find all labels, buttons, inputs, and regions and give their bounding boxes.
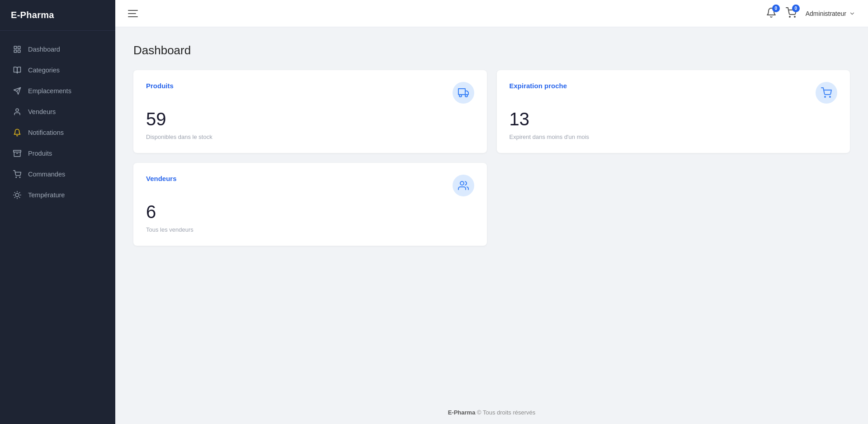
card-number-expiration: 13 (509, 109, 838, 129)
cart-badge: 0 (792, 5, 800, 12)
card-expiration: Expiration proche 13 Expirent dans moins… (497, 70, 850, 153)
svg-line-14 (14, 192, 15, 193)
shopping-cart-icon (821, 87, 832, 98)
svg-point-26 (825, 96, 826, 97)
card-subtitle-vendeurs: Tous les vendeurs (146, 226, 474, 233)
footer-text: E-Pharma © Tous droits réservés (448, 409, 536, 416)
chevron-down-icon (849, 10, 855, 17)
card-icon-expiration (816, 82, 837, 104)
footer-brand: E-Pharma (448, 409, 476, 416)
sidebar-item-vendeurs[interactable]: Vendeurs (0, 101, 115, 122)
svg-rect-3 (18, 50, 20, 52)
svg-point-21 (794, 16, 795, 17)
sidebar-logo: E-Pharma (0, 0, 115, 31)
svg-line-19 (19, 192, 20, 193)
footer: E-Pharma © Tous droits réservés (115, 401, 868, 424)
svg-rect-22 (458, 89, 465, 95)
sidebar-item-label: Vendeurs (28, 108, 56, 115)
card-vendeurs: Vendeurs 6 Tous les vendeurs (133, 163, 487, 246)
card-title-expiration: Expiration proche (509, 82, 567, 90)
box-icon (13, 149, 22, 158)
svg-rect-7 (14, 150, 21, 152)
svg-rect-2 (14, 50, 16, 52)
menu-toggle-button[interactable] (128, 10, 138, 17)
page-content: Dashboard Produits 59 Disponibles dans l… (115, 27, 868, 401)
sidebar-nav: Dashboard Categories Emplacements (0, 31, 115, 424)
card-header: Produits (146, 82, 474, 104)
book-icon (13, 66, 22, 75)
card-header-expiration: Expiration proche (509, 82, 838, 104)
notifications-button[interactable]: 0 (766, 7, 777, 20)
sidebar: E-Pharma Dashboard Categories (0, 0, 115, 424)
sidebar-item-label: Commandes (28, 171, 65, 178)
card-produits: Produits 59 Disponibles dans le stock (133, 70, 487, 153)
sidebar-item-notifications[interactable]: Notifications (0, 122, 115, 143)
card-title-produits: Produits (146, 82, 174, 90)
sidebar-item-categories[interactable]: Categories (0, 60, 115, 81)
sidebar-item-label: Température (28, 191, 65, 199)
footer-rights: © Tous droits réservés (477, 409, 535, 416)
header: 0 0 Administrateur (115, 0, 868, 27)
send-icon (13, 86, 22, 95)
user-label: Administrateur (806, 10, 846, 17)
svg-point-9 (16, 177, 17, 178)
card-number-produits: 59 (146, 109, 474, 129)
card-icon-vendeurs (453, 175, 474, 196)
sidebar-item-label: Emplacements (28, 87, 71, 95)
svg-point-27 (830, 96, 830, 97)
user-icon (13, 107, 22, 116)
header-left (128, 10, 138, 17)
cart-button[interactable]: 0 (786, 7, 797, 20)
truck-icon (458, 87, 469, 98)
svg-point-6 (16, 109, 19, 111)
svg-rect-1 (18, 46, 20, 48)
svg-point-20 (789, 16, 790, 17)
svg-point-24 (459, 95, 462, 97)
svg-rect-0 (14, 46, 16, 48)
card-header-vendeurs: Vendeurs (146, 175, 474, 196)
svg-point-25 (465, 95, 467, 97)
cards-grid: Produits 59 Disponibles dans le stock Ex… (133, 70, 850, 246)
svg-point-10 (19, 177, 20, 178)
sidebar-item-temperature[interactable]: Température (0, 185, 115, 205)
notifications-badge: 0 (772, 5, 780, 12)
svg-line-15 (19, 197, 20, 198)
sidebar-item-label: Categories (28, 67, 60, 74)
svg-point-28 (460, 181, 464, 185)
page-title: Dashboard (133, 43, 850, 57)
grid-icon (13, 45, 22, 54)
svg-point-11 (15, 193, 19, 197)
cart-icon (13, 170, 22, 179)
svg-marker-23 (465, 91, 468, 95)
card-number-vendeurs: 6 (146, 202, 474, 222)
main-area: 0 0 Administrateur Dashboard (115, 0, 868, 424)
sidebar-item-label: Notifications (28, 129, 64, 136)
bell-icon (13, 128, 22, 137)
sidebar-item-dashboard[interactable]: Dashboard (0, 39, 115, 60)
sidebar-item-emplacements[interactable]: Emplacements (0, 81, 115, 101)
card-icon-produits (453, 82, 474, 104)
card-subtitle-expiration: Expirent dans moins d'un mois (509, 133, 838, 140)
card-title-vendeurs: Vendeurs (146, 175, 177, 182)
sidebar-item-produits[interactable]: Produits (0, 143, 115, 164)
sidebar-item-label: Dashboard (28, 46, 60, 53)
sun-icon (13, 191, 22, 200)
header-right: 0 0 Administrateur (766, 7, 855, 20)
users-icon (458, 180, 469, 191)
sidebar-item-commandes[interactable]: Commandes (0, 164, 115, 185)
user-menu[interactable]: Administrateur (806, 10, 855, 17)
svg-line-18 (14, 197, 15, 198)
sidebar-item-label: Produits (28, 150, 52, 157)
card-subtitle-produits: Disponibles dans le stock (146, 133, 474, 140)
